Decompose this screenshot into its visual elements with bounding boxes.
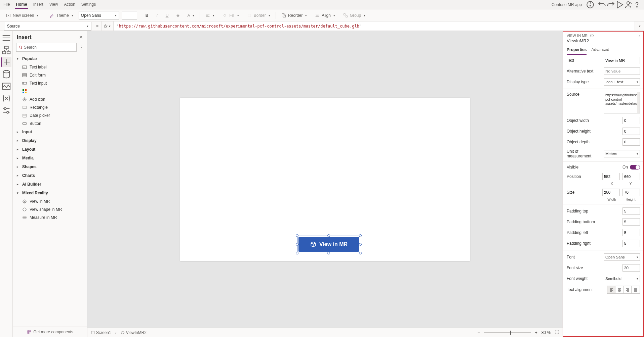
formula-expand-icon[interactable]: ▾	[635, 21, 644, 31]
tab-properties[interactable]: Properties	[567, 45, 587, 55]
sel-handle-se[interactable]	[359, 252, 362, 254]
text-align-button[interactable]: ▾	[203, 12, 217, 19]
info-icon[interactable]	[590, 34, 594, 38]
toggle-visible[interactable]	[630, 165, 640, 170]
item-text-label[interactable]: Text label	[13, 63, 87, 71]
rail-variables-icon[interactable]	[1, 93, 11, 103]
app-checker-icon[interactable]	[586, 0, 595, 9]
font-select[interactable]: Open Sans▾	[79, 11, 119, 20]
italic-button[interactable]: I	[154, 12, 160, 19]
item-button[interactable]: Button	[13, 119, 87, 128]
insert-search-field[interactable]	[24, 45, 74, 50]
sel-handle-w[interactable]	[296, 243, 298, 246]
sel-displaytype[interactable]: Icon + text▾	[604, 78, 640, 86]
sel-fontweight[interactable]: Semibold▾	[604, 275, 640, 282]
menu-tab-view[interactable]: View	[49, 1, 59, 9]
align-button[interactable]: Align▾	[312, 12, 338, 19]
rail-hamburger-icon[interactable]	[1, 33, 11, 43]
menu-tab-home[interactable]: Home	[15, 1, 28, 9]
align-left-btn[interactable]	[607, 286, 615, 293]
inp-source[interactable]: https://raw.githubusercontent.com/micros…	[604, 92, 640, 113]
inp-posx[interactable]	[602, 173, 620, 180]
zoom-slider[interactable]	[484, 332, 531, 333]
fx-label[interactable]: fx▾	[101, 21, 113, 31]
cat-mr[interactable]: ▾Mixed Reality	[13, 189, 87, 197]
sel-handle-n[interactable]	[327, 234, 330, 237]
strike-button[interactable]: S	[174, 12, 182, 19]
group-button[interactable]: Group▾	[340, 12, 368, 19]
menu-tab-action[interactable]: Action	[64, 1, 76, 9]
rail-advanced-icon[interactable]	[1, 105, 11, 115]
sel-handle-nw[interactable]	[296, 234, 298, 237]
insert-search-input[interactable]	[16, 43, 77, 52]
cat-media[interactable]: ▸Media	[13, 154, 87, 162]
menu-tab-insert[interactable]: Insert	[33, 1, 44, 9]
inp-alt[interactable]	[604, 67, 640, 75]
align-right-btn[interactable]	[623, 286, 632, 293]
inp-padr[interactable]	[622, 240, 640, 247]
bold-button[interactable]: B	[143, 12, 151, 19]
cat-input[interactable]: ▸Input	[13, 128, 87, 136]
formula-input[interactable]: "https://raw.githubusercontent.com/micro…	[113, 21, 635, 31]
border-button[interactable]: Border▾	[244, 12, 273, 19]
play-icon[interactable]	[615, 0, 624, 9]
inp-padt[interactable]	[622, 207, 640, 215]
align-justify-btn[interactable]	[632, 286, 640, 293]
inp-objd[interactable]	[622, 138, 640, 146]
cat-popular[interactable]: ▾Popular	[13, 54, 87, 63]
item-add-icon[interactable]: Add icon	[13, 95, 87, 103]
breadcrumb-screen[interactable]: Screen1	[91, 330, 111, 335]
inp-posy[interactable]	[622, 173, 640, 180]
font-color-button[interactable]: A▾	[185, 12, 197, 19]
breadcrumb-control[interactable]: ViewInMR2	[121, 330, 147, 335]
item-vertical-gallery[interactable]	[13, 87, 87, 95]
item-date-picker[interactable]: Date picker	[13, 111, 87, 119]
sel-handle-e[interactable]	[359, 243, 362, 246]
align-center-btn[interactable]	[615, 286, 623, 293]
sel-unit[interactable]: Meters▾	[604, 150, 640, 157]
cat-display[interactable]: ▸Display	[13, 136, 87, 145]
menu-tab-settings[interactable]: Settings	[81, 1, 96, 9]
redo-icon[interactable]	[606, 0, 615, 9]
item-view-shape-in-mr[interactable]: View shape in MR	[13, 205, 87, 213]
inp-padl[interactable]	[622, 229, 640, 236]
get-more-components[interactable]: Get more components	[13, 327, 87, 337]
canvas-area[interactable]: View in MR	[87, 31, 563, 328]
theme-button[interactable]: Theme▾	[47, 12, 76, 19]
cat-charts[interactable]: ▸Charts	[13, 171, 87, 180]
property-select[interactable]: Source▾	[4, 22, 91, 31]
inp-padb[interactable]	[622, 218, 640, 226]
cat-layout[interactable]: ▸Layout	[13, 145, 87, 154]
menu-tab-file[interactable]: File	[3, 1, 10, 9]
zoom-in-icon[interactable]: +	[535, 330, 537, 335]
inp-objh[interactable]	[622, 128, 640, 135]
item-measure-in-mr[interactable]: Measure in MR	[13, 213, 87, 222]
cat-shapes[interactable]: ▸Shapes	[13, 162, 87, 171]
underline-button[interactable]: U	[163, 12, 171, 19]
sel-handle-ne[interactable]	[359, 234, 362, 237]
insert-close-icon[interactable]: ✕	[79, 35, 83, 40]
help-icon[interactable]	[633, 0, 641, 9]
inp-objw[interactable]	[622, 117, 640, 124]
sel-handle-sw[interactable]	[296, 252, 298, 254]
rail-media-icon[interactable]	[1, 81, 11, 91]
share-icon[interactable]	[624, 0, 633, 9]
inp-sizew[interactable]	[602, 189, 620, 196]
artboard[interactable]: View in MR	[180, 98, 470, 261]
zoom-out-icon[interactable]: −	[478, 330, 480, 335]
fit-screen-icon[interactable]	[555, 330, 559, 335]
fill-button[interactable]: Fill▾	[220, 12, 241, 19]
prop-collapse-icon[interactable]: ›	[639, 34, 640, 38]
item-rectangle[interactable]: Rectangle	[13, 103, 87, 111]
inp-sizeh[interactable]	[622, 189, 640, 196]
reorder-button[interactable]: Reorder▾	[279, 12, 310, 19]
view-in-mr-control[interactable]: View in MR	[298, 237, 359, 252]
tab-advanced[interactable]: Advanced	[591, 45, 609, 55]
item-view-in-mr[interactable]: View in MR	[13, 197, 87, 205]
inp-fontsize[interactable]	[622, 264, 640, 272]
rail-tree-icon[interactable]	[1, 45, 11, 55]
rail-data-icon[interactable]	[1, 69, 11, 79]
item-text-input[interactable]: Text input	[13, 79, 87, 87]
cat-ai[interactable]: ▸AI Builder	[13, 180, 87, 189]
undo-icon[interactable]	[598, 0, 606, 9]
